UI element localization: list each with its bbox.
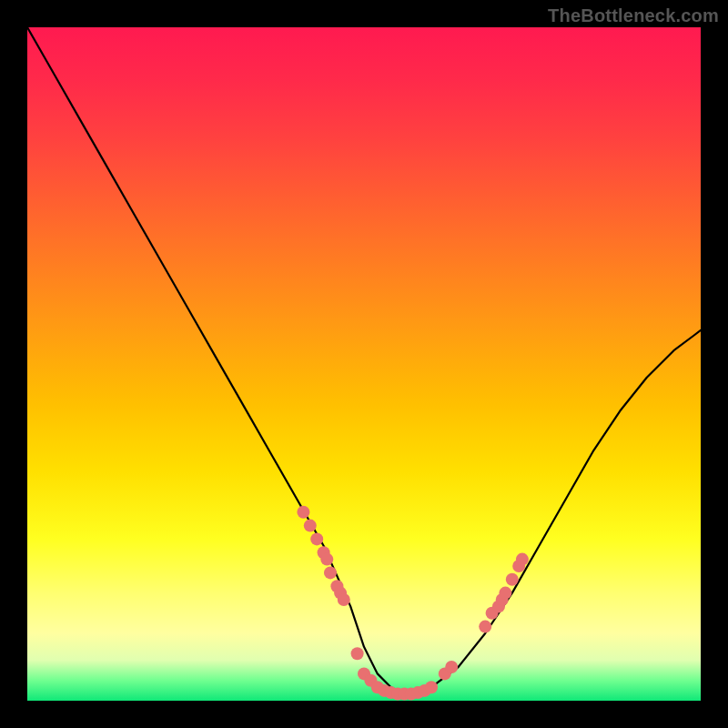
chart-svg <box>27 27 701 701</box>
watermark-text: TheBottleneck.com <box>548 5 719 26</box>
curve-marker <box>324 566 337 579</box>
curve-marker <box>516 553 529 566</box>
curve-marker <box>506 573 519 586</box>
bottleneck-curve <box>27 27 701 694</box>
curve-marker <box>499 587 511 600</box>
curve-marker <box>310 532 323 545</box>
curve-marker <box>351 647 364 660</box>
curve-marker <box>479 621 491 633</box>
curve-marker <box>445 661 458 673</box>
curve-marker <box>425 681 438 693</box>
curve-marker <box>320 553 333 566</box>
curve-marker <box>304 520 317 532</box>
curve-marker <box>338 593 350 606</box>
curve-markers <box>297 506 529 701</box>
chart-container: TheBottleneck.com <box>0 0 728 728</box>
curve-marker <box>297 506 309 519</box>
